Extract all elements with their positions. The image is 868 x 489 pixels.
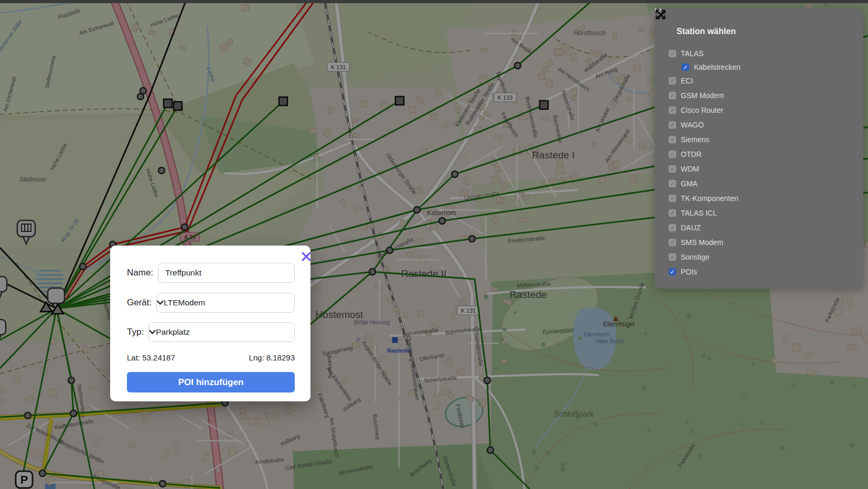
station-square-marker[interactable] <box>395 97 404 105</box>
network-node[interactable] <box>452 171 458 177</box>
station-square-marker[interactable] <box>174 102 182 110</box>
checkbox-pois[interactable]: ✓ <box>669 268 676 275</box>
street-label: Hohe Liethe <box>149 12 179 28</box>
street-label: Ollerkamp <box>419 352 445 362</box>
map-viewport[interactable]: RastedeRehorner BäkeAm EichenwallAm Eich… <box>0 0 868 489</box>
station-select[interactable]: Station wählen <box>677 27 736 36</box>
street-label: Carl-Rohde-Straße <box>285 458 333 471</box>
checkbox-talas-icl[interactable]: ✓ <box>669 209 676 217</box>
checkbox-eci[interactable]: ✓ <box>669 77 676 84</box>
street-label: Gartenstraße <box>442 454 458 487</box>
pin-parking-marker[interactable]: P <box>16 471 33 488</box>
checkbox-tk-komponenten[interactable]: ✓ <box>669 195 676 202</box>
fullscreen-button[interactable] <box>853 30 855 33</box>
svg-text:P: P <box>20 473 28 486</box>
network-node[interactable] <box>137 93 144 100</box>
place-label: Horstbusch <box>574 29 606 37</box>
filter-label-sms-modem: SMS Modem <box>681 238 723 247</box>
filter-label-otdr: OTDR <box>681 150 702 158</box>
network-node[interactable] <box>158 167 165 174</box>
network-node[interactable] <box>70 410 77 417</box>
place-label: Schloßpark <box>554 409 594 418</box>
station-square-marker[interactable] <box>540 101 548 109</box>
network-node[interactable] <box>487 447 494 453</box>
checkbox-kabelstrecken[interactable]: ✓ <box>682 63 689 71</box>
street-label: Arndtstraße <box>255 456 284 465</box>
street-label: Raiffeisenstraße <box>54 418 94 431</box>
street-label: Stellmoorweg <box>44 55 57 89</box>
street-label: Hohe Liethe <box>145 168 160 198</box>
network-node[interactable] <box>484 377 490 384</box>
filter-row-cisco-router: ✓Cisco Router <box>655 103 863 118</box>
checkbox-talas[interactable]: ✓ <box>669 50 676 57</box>
network-node[interactable] <box>80 263 86 270</box>
network-node[interactable] <box>369 269 376 275</box>
device-select[interactable]: LTEModem <box>156 293 295 313</box>
street-label: Fabrikweg <box>317 392 331 419</box>
cable-line-yellow[interactable] <box>43 418 220 488</box>
pin-building-marker[interactable] <box>17 220 35 244</box>
add-poi-button[interactable]: POI hinzufügen <box>127 372 295 392</box>
checkbox-cisco-router[interactable]: ✓ <box>669 107 676 114</box>
network-node[interactable] <box>469 236 475 242</box>
filter-row-pois: ✓POIs <box>655 264 863 279</box>
checkbox-gma[interactable]: ✓ <box>669 180 676 187</box>
cable-line-green[interactable] <box>0 309 57 368</box>
lng-value: Lng: 8.18293 <box>249 353 295 362</box>
checkbox-siemens[interactable]: ✓ <box>669 136 676 143</box>
network-node[interactable] <box>515 62 521 69</box>
checkbox-gsm-modem[interactable]: ✓ <box>669 92 676 99</box>
street-label: Am Brook <box>510 36 533 56</box>
street-label: Parkstraße <box>823 296 841 323</box>
filter-row-talas: ✓TALAS <box>655 46 863 61</box>
network-node[interactable] <box>414 207 420 213</box>
pin-edge-marker[interactable] <box>0 277 7 300</box>
street-label: Haydnstraße <box>561 89 576 121</box>
network-node[interactable] <box>68 377 74 384</box>
filter-row-gma: ✓GMA <box>655 176 863 191</box>
network-node[interactable] <box>439 218 445 224</box>
checkbox-otdr[interactable]: ✓ <box>669 151 676 158</box>
close-icon[interactable] <box>301 251 305 256</box>
network-node[interactable] <box>39 470 46 476</box>
cable-line-yellow[interactable] <box>0 406 223 420</box>
station-filter-list: ✓TALAS✓Kabelstrecken✓ECI✓GSM Modem✓Cisco… <box>655 46 863 279</box>
checkbox-wago[interactable]: ✓ <box>669 121 676 129</box>
checkbox-dauz[interactable]: ✓ <box>669 224 676 231</box>
place-label: Rastede I <box>532 150 574 161</box>
type-select[interactable]: Parkplatz <box>148 322 295 342</box>
street-label: Am Stratjebusch <box>329 417 341 458</box>
filter-label-wago: WAGO <box>681 121 704 129</box>
checkbox-wdm[interactable]: ✓ <box>669 165 676 173</box>
device-label: Gerät: <box>127 297 152 308</box>
cable-line-green[interactable] <box>20 309 57 489</box>
checkbox-sonstige[interactable]: ✓ <box>669 253 676 261</box>
station-square-marker[interactable] <box>164 99 172 108</box>
network-node[interactable] <box>387 247 393 253</box>
panel-header: Station wählen <box>677 23 855 40</box>
place-label: Brötje Heizung <box>354 319 390 325</box>
cable-line-green[interactable] <box>57 309 94 489</box>
station-icon-marker[interactable] <box>392 337 398 343</box>
chevron-down-icon <box>157 301 164 305</box>
name-input[interactable] <box>158 263 295 283</box>
filter-label-wdm: WDM <box>681 165 699 173</box>
road-ref-text: K 131 <box>461 307 476 314</box>
type-select-value: Parkplatz <box>156 327 190 337</box>
network-node[interactable] <box>159 481 166 487</box>
triangle-marker[interactable] <box>40 302 52 312</box>
street-label: Bahnweg <box>326 355 335 378</box>
network-node[interactable] <box>181 224 188 230</box>
filter-label-cisco-router: Cisco Router <box>681 106 723 114</box>
expand-icon <box>655 8 667 20</box>
station-square-marker[interactable] <box>279 97 287 105</box>
filter-label-pois: POIs <box>681 268 697 276</box>
tools-button[interactable] <box>846 30 848 33</box>
filter-row-eci: ✓ECI <box>655 73 863 88</box>
street-label: Hohe Liethe <box>49 142 68 171</box>
network-node[interactable] <box>25 412 31 419</box>
checkbox-sms-modem[interactable]: ✓ <box>669 239 676 246</box>
place-label: Ellernteich <box>583 331 609 337</box>
cable-line-green[interactable] <box>0 309 57 340</box>
place-label: Rastede <box>510 289 547 300</box>
